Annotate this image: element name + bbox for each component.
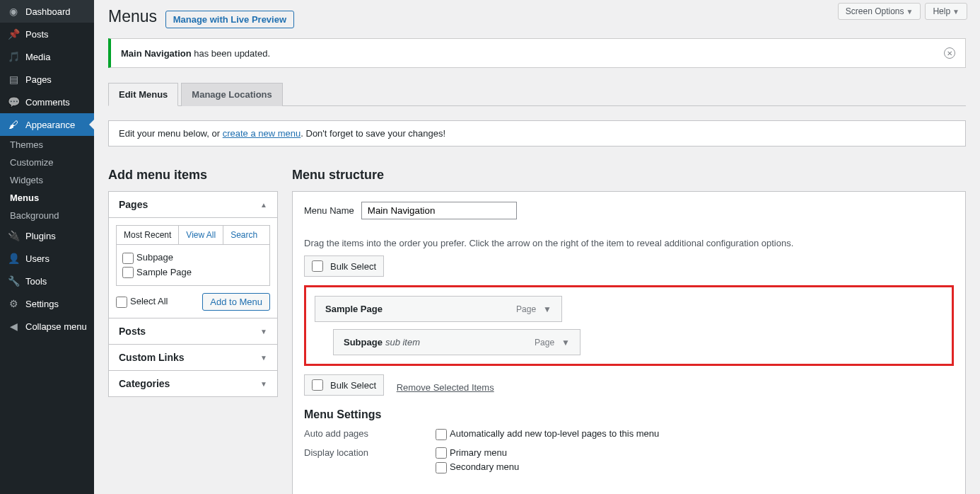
menu-item-title: Subpage	[344, 337, 383, 347]
tab-edit-menus[interactable]: Edit Menus	[108, 83, 178, 106]
pin-icon: 📌	[7, 28, 20, 40]
sidebar-label: Tools	[25, 276, 47, 287]
label: Bulk Select	[330, 261, 376, 272]
label: Subpage	[136, 252, 173, 263]
chevron-up-icon: ▲	[260, 201, 267, 209]
live-preview-button[interactable]: Manage with Live Preview	[165, 11, 294, 28]
inner-tab-search[interactable]: Search	[223, 226, 264, 244]
menu-item-type: Page	[535, 338, 554, 347]
dashboard-icon: ◉	[7, 5, 20, 18]
chevron-down-icon: ▼	[906, 8, 914, 16]
sidebar-item-comments[interactable]: 💬Comments	[0, 91, 94, 113]
chevron-down-icon: ▼	[952, 8, 959, 16]
remove-selected-link[interactable]: Remove Selected Items	[397, 382, 494, 393]
sidebar-label: Pages	[25, 74, 52, 85]
chevron-down-icon[interactable]: ▼	[561, 338, 570, 347]
select-all[interactable]: Select All	[116, 296, 168, 308]
sidebar-item-collapse[interactable]: ◀Collapse menu	[0, 315, 94, 338]
label: Screen Options	[846, 6, 904, 16]
hint-text: . Don't forget to save your changes!	[301, 128, 445, 139]
sidebar-item-tools[interactable]: 🔧Tools	[0, 270, 94, 292]
menu-name-input[interactable]	[361, 202, 517, 219]
sidebar-label: Appearance	[25, 120, 75, 130]
sidebar-item-dashboard[interactable]: ◉Dashboard	[0, 0, 94, 23]
hint-text: Edit your menu below, or	[119, 128, 223, 139]
checkbox[interactable]	[436, 429, 447, 440]
checkbox[interactable]	[312, 379, 323, 391]
structure-heading: Menu structure	[292, 168, 966, 183]
menu-settings-heading: Menu Settings	[304, 408, 954, 421]
checkbox[interactable]	[116, 297, 127, 308]
checkbox[interactable]	[122, 267, 134, 278]
location-primary[interactable]: Primary menu	[436, 447, 519, 459]
success-notice: Main Navigation has been updated. ✕	[108, 38, 966, 68]
menu-item-title: Sample Page	[325, 304, 383, 314]
menu-item-type: Page	[516, 304, 536, 314]
user-icon: 👤	[7, 252, 20, 265]
auto-add-label: Auto add pages	[304, 428, 436, 443]
sidebar-item-pages[interactable]: ▤Pages	[0, 68, 94, 91]
sidebar-label: Settings	[25, 299, 59, 309]
drag-hint: Drag the items into the order you prefer…	[304, 238, 954, 248]
sidebar-item-appearance[interactable]: 🖌Appearance	[0, 113, 94, 136]
sidebar-sub-themes[interactable]: Themes	[0, 136, 94, 154]
menu-items-highlight: Sample Page Page▼ Subpagesub item Page▼	[304, 285, 954, 366]
checkbox[interactable]	[122, 253, 134, 264]
bulk-select-bottom[interactable]: Bulk Select	[304, 374, 384, 396]
tab-manage-locations[interactable]: Manage Locations	[181, 83, 282, 106]
checkbox[interactable]	[312, 260, 323, 272]
screen-options-button[interactable]: Screen Options▼	[838, 3, 921, 20]
page-option[interactable]: Subpage	[122, 251, 264, 265]
help-button[interactable]: Help▼	[925, 3, 967, 20]
display-location-label: Display location	[304, 447, 436, 476]
accordion-pages-header[interactable]: Pages▲	[109, 192, 277, 218]
label: Custom Links	[119, 352, 185, 363]
menu-name-label: Menu Name	[304, 205, 354, 216]
menu-item[interactable]: Sample Page Page▼	[315, 296, 562, 322]
chevron-down-icon[interactable]: ▼	[543, 304, 552, 314]
checkbox[interactable]	[436, 462, 447, 473]
sidebar-sub-widgets[interactable]: Widgets	[0, 171, 94, 189]
hint-box: Edit your menu below, or create a new me…	[108, 120, 966, 147]
chevron-down-icon: ▼	[260, 354, 267, 362]
sidebar-label: Collapse menu	[25, 321, 87, 332]
sidebar-sub-customize[interactable]: Customize	[0, 154, 94, 171]
label: Automatically add new top-level pages to…	[450, 428, 659, 439]
sidebar-item-media[interactable]: 🎵Media	[0, 45, 94, 68]
sidebar-label: Media	[25, 52, 50, 62]
add-to-menu-button[interactable]: Add to Menu	[202, 293, 270, 311]
checkbox[interactable]	[436, 447, 447, 459]
sidebar-item-settings[interactable]: ⚙Settings	[0, 292, 94, 315]
inner-tab-viewall[interactable]: View All	[179, 226, 223, 244]
label: Bulk Select	[330, 380, 376, 391]
collapse-icon: ◀	[7, 320, 20, 333]
accordion-customlinks-header[interactable]: Custom Links▼	[109, 345, 277, 371]
label: Select All	[130, 296, 168, 306]
page-option[interactable]: Sample Page	[122, 265, 264, 280]
sidebar-sub-background[interactable]: Background	[0, 207, 94, 224]
notice-strong: Main Navigation	[121, 48, 192, 59]
label: Help	[933, 6, 950, 16]
label: Categories	[119, 378, 170, 389]
sidebar-item-plugins[interactable]: 🔌Plugins	[0, 224, 94, 247]
main-content: Screen Options▼ Help▼ Menus Manage with …	[94, 0, 980, 494]
menu-item-subtitle: sub item	[385, 337, 420, 347]
create-menu-link[interactable]: create a new menu	[223, 128, 301, 139]
accordion: Pages▲ Most Recent View All Search Subpa…	[108, 191, 278, 397]
location-secondary[interactable]: Secondary menu	[436, 461, 519, 473]
accordion-posts-header[interactable]: Posts▼	[109, 318, 277, 345]
bulk-select-top[interactable]: Bulk Select	[304, 255, 384, 277]
sidebar-label: Plugins	[25, 231, 56, 241]
sidebar-item-posts[interactable]: 📌Posts	[0, 23, 94, 45]
settings-icon: ⚙	[7, 297, 20, 310]
sidebar-item-users[interactable]: 👤Users	[0, 247, 94, 270]
inner-tab-recent[interactable]: Most Recent	[117, 226, 179, 244]
admin-sidebar: ◉Dashboard 📌Posts 🎵Media ▤Pages 💬Comment…	[0, 0, 94, 494]
pages-icon: ▤	[7, 73, 20, 86]
sidebar-sub-menus[interactable]: Menus	[0, 189, 94, 207]
accordion-categories-header[interactable]: Categories▼	[109, 371, 277, 396]
label: Sample Page	[136, 267, 192, 277]
dismiss-notice-button[interactable]: ✕	[944, 47, 955, 59]
menu-item[interactable]: Subpagesub item Page▼	[333, 329, 581, 355]
auto-add-option[interactable]: Automatically add new top-level pages to…	[436, 428, 659, 440]
